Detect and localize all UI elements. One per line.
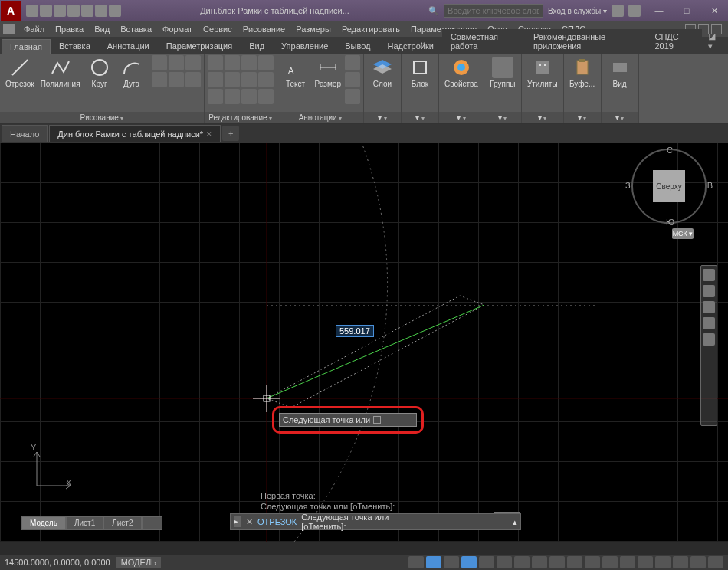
qat-redo-icon[interactable]	[109, 5, 121, 17]
viewcube[interactable]: Сверху С З В Ю	[631, 149, 707, 241]
offset-button[interactable]	[258, 89, 274, 104]
annoscale-toggle[interactable]	[567, 556, 582, 568]
close-icon[interactable]: ✕	[206, 130, 212, 138]
wcs-selector[interactable]: МСК ▾	[672, 228, 694, 239]
doc-tab-start[interactable]: Начало	[2, 125, 48, 142]
move-button[interactable]	[208, 55, 223, 70]
draw-small-3[interactable]	[185, 55, 201, 70]
cycling-toggle[interactable]	[549, 556, 565, 568]
qat-new-icon[interactable]	[26, 5, 38, 17]
qat-save-icon[interactable]	[54, 5, 66, 17]
nav-pan-icon[interactable]	[703, 285, 715, 297]
tab-addins[interactable]: Надстройки	[379, 38, 442, 54]
workspace-toggle[interactable]	[585, 556, 600, 568]
sign-in-link[interactable]: Вход в службы ▾	[548, 7, 607, 15]
line-button[interactable]: Отрезок	[3, 55, 37, 112]
stretch-button[interactable]	[208, 89, 223, 104]
tab-view[interactable]: Вид	[241, 38, 273, 54]
erase-button[interactable]	[258, 55, 274, 70]
panel-modify-title[interactable]: Редактирование	[205, 112, 277, 123]
draw-small-5[interactable]	[169, 72, 184, 87]
menu-draw[interactable]: Рисование	[238, 23, 290, 35]
tab-manage[interactable]: Управление	[273, 38, 336, 54]
rotate-button[interactable]	[225, 55, 240, 70]
tab-spds[interactable]: СПДС 2019	[646, 29, 701, 54]
nav-showmotion-icon[interactable]	[703, 333, 715, 346]
draw-small-6[interactable]	[185, 72, 201, 87]
view-button[interactable]: Вид	[605, 55, 635, 112]
isolate-toggle[interactable]	[655, 556, 671, 568]
array-button[interactable]	[241, 89, 257, 104]
otrack-toggle[interactable]	[497, 556, 512, 568]
mirror-button[interactable]	[225, 72, 240, 87]
tab-parametric[interactable]: Параметризация	[158, 38, 241, 54]
anno-small-1[interactable]	[345, 55, 360, 70]
qat-open-icon[interactable]	[40, 5, 52, 17]
osnap-toggle[interactable]	[479, 556, 494, 568]
explode-button[interactable]	[258, 72, 274, 87]
tab-layout-add[interactable]: +	[142, 516, 163, 530]
quickprops-toggle[interactable]	[638, 556, 653, 568]
app-menu-icon[interactable]	[3, 24, 15, 34]
polyline-button[interactable]: Полилиния	[38, 55, 83, 112]
layers-button[interactable]: Слои	[367, 55, 398, 112]
block-button[interactable]: Блок	[405, 55, 435, 112]
grid-toggle[interactable]	[408, 556, 424, 568]
qat-undo-icon[interactable]	[95, 5, 107, 17]
tab-layout-2[interactable]: Лист2	[103, 516, 141, 530]
groups-button[interactable]: Группы	[487, 55, 518, 112]
dynamic-prompt-input[interactable]: Следующая точка или	[279, 413, 417, 427]
cmd-history-icon[interactable]: ▴	[513, 517, 517, 527]
menu-insert[interactable]: Вставка	[115, 23, 157, 35]
app-logo[interactable]: A	[1, 1, 21, 21]
units-toggle[interactable]	[620, 556, 635, 568]
panel-groups-title[interactable]: ▾	[484, 112, 521, 123]
dimension-button[interactable]: Размер	[313, 55, 343, 112]
fillet-button[interactable]	[241, 72, 257, 87]
qat-plot-icon[interactable]	[81, 5, 93, 17]
command-line[interactable]: ▸ ✕ ОТРЕЗОК Следующая точка или [оТменит…	[230, 513, 521, 530]
menu-tools[interactable]: Сервис	[198, 23, 238, 35]
cmd-toggle-icon[interactable]: ▸	[234, 516, 241, 527]
properties-button[interactable]: Свойства	[442, 55, 480, 112]
snap-toggle[interactable]	[426, 556, 441, 568]
polar-toggle[interactable]	[461, 556, 477, 568]
anno-small-3[interactable]	[345, 89, 360, 104]
text-button[interactable]: AТекст	[280, 55, 311, 112]
panel-draw-title[interactable]: Рисование	[0, 112, 204, 123]
cleanscreen-toggle[interactable]	[690, 556, 706, 568]
nav-orbit-icon[interactable]	[703, 317, 715, 329]
draw-small-1[interactable]	[152, 55, 167, 70]
menu-edit[interactable]: Правка	[50, 23, 89, 35]
options-icon[interactable]	[373, 416, 381, 424]
draw-small-4[interactable]	[152, 72, 167, 87]
ortho-toggle[interactable]	[444, 556, 459, 568]
model-space-badge[interactable]: МОДЕЛЬ	[116, 557, 162, 568]
tab-layout-1[interactable]: Лист1	[66, 516, 103, 530]
menu-view[interactable]: Вид	[89, 23, 115, 35]
panel-view-title[interactable]: ▾	[602, 112, 638, 123]
close-button[interactable]: ✕	[700, 0, 728, 21]
tab-annotate[interactable]: Аннотации	[99, 38, 158, 54]
dynamic-length-input[interactable]: 559.017	[336, 325, 374, 337]
annomonitor-toggle[interactable]	[602, 556, 618, 568]
menu-dimension[interactable]: Размеры	[290, 23, 336, 35]
tab-output[interactable]: Вывод	[336, 38, 379, 54]
lwt-toggle[interactable]	[514, 556, 530, 568]
tab-collab[interactable]: Совместная работа	[442, 29, 525, 54]
maximize-button[interactable]: □	[673, 0, 700, 21]
menu-file[interactable]: Файл	[18, 23, 50, 35]
draw-small-2[interactable]	[169, 55, 184, 70]
panel-utilities-title[interactable]: ▾	[522, 112, 563, 123]
viewcube-top[interactable]: Сверху	[653, 170, 685, 202]
panel-clipboard-title[interactable]: ▾	[564, 112, 601, 123]
panel-layers-title[interactable]: ▾	[364, 112, 401, 123]
ribbon-collapse-icon[interactable]: ◪ ▾	[702, 29, 726, 54]
customize-status[interactable]	[708, 556, 723, 568]
transparency-toggle[interactable]	[532, 556, 547, 568]
clipboard-button[interactable]: Буфе...	[567, 55, 598, 112]
utilities-button[interactable]: Утилиты	[525, 55, 560, 112]
minimize-button[interactable]: —	[645, 0, 673, 21]
panel-annotation-title[interactable]: Аннотации	[277, 112, 363, 123]
exchange-icon[interactable]	[612, 5, 624, 17]
